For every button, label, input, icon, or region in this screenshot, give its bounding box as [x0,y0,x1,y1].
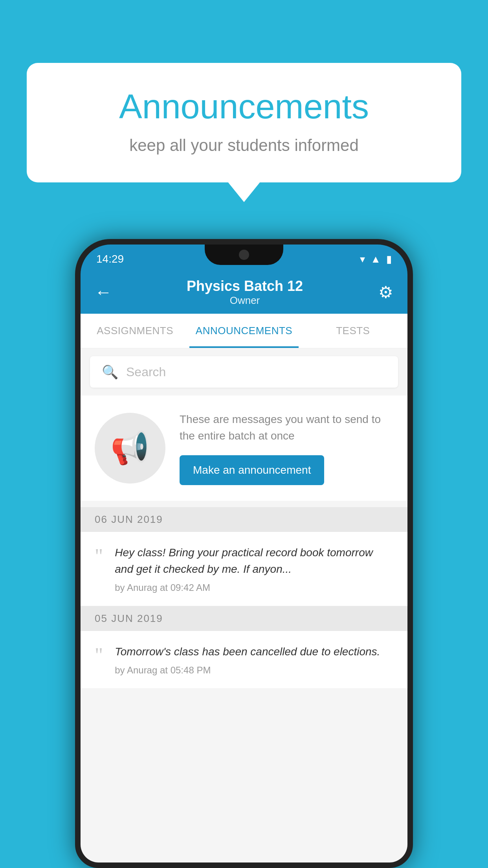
speech-bubble-container: Announcements keep all your students inf… [27,63,461,182]
bubble-subtitle: keep all your students informed [58,136,430,155]
phone-camera [239,250,249,260]
tab-bar: ASSIGNMENTS ANNOUNCEMENTS TESTS [81,314,407,348]
announcement-text-2: Tomorrow's class has been cancelled due … [115,644,393,660]
megaphone-icon: 📢 [110,430,150,467]
empty-state-description: These are messages you want to send to t… [180,411,393,444]
signal-icon: ▲ [371,253,381,265]
speech-bubble: Announcements keep all your students inf… [27,63,461,182]
megaphone-circle: 📢 [95,413,165,484]
quote-icon-1: " [95,546,103,566]
screen-content: 🔍 Search 📢 These are messages you want t… [81,348,407,862]
phone-frame: 14:29 ▾ ▲ ▮ ← Physics Batch 12 Owner ⚙ A… [75,239,413,868]
empty-state-right: These are messages you want to send to t… [180,411,393,485]
status-time: 14:29 [96,253,124,265]
search-icon: 🔍 [102,364,118,380]
back-button[interactable]: ← [95,282,112,302]
date-separator-1: 06 JUN 2019 [81,507,407,532]
quote-icon-2: " [95,645,103,666]
tab-announcements[interactable]: ANNOUNCEMENTS [189,314,298,348]
announcement-body-1: Hey class! Bring your practical record b… [115,544,393,593]
app-bar: ← Physics Batch 12 Owner ⚙ [81,270,407,314]
announcement-body-2: Tomorrow's class has been cancelled due … [115,644,393,676]
settings-icon[interactable]: ⚙ [378,283,393,302]
announcement-item-2[interactable]: " Tomorrow's class has been cancelled du… [81,631,407,689]
tab-tests[interactable]: TESTS [299,314,407,348]
phone-notch [205,245,283,265]
app-bar-subtitle: Owner [120,294,370,307]
app-bar-title-group: Physics Batch 12 Owner [120,278,370,307]
date-separator-2: 05 JUN 2019 [81,606,407,631]
bubble-title: Announcements [58,86,430,127]
tab-assignments[interactable]: ASSIGNMENTS [81,314,189,348]
app-bar-title: Physics Batch 12 [120,278,370,294]
search-placeholder: Search [126,365,166,379]
battery-icon: ▮ [386,253,392,265]
announcement-text-1: Hey class! Bring your practical record b… [115,544,393,577]
empty-state: 📢 These are messages you want to send to… [81,395,407,501]
search-bar[interactable]: 🔍 Search [90,356,398,388]
wifi-icon: ▾ [360,253,365,265]
make-announcement-button[interactable]: Make an announcement [180,455,324,485]
volume-button [75,378,77,410]
power-button [411,370,413,417]
announcement-item-1[interactable]: " Hey class! Bring your practical record… [81,532,407,606]
announcement-meta-2: by Anurag at 05:48 PM [115,665,393,676]
announcement-meta-1: by Anurag at 09:42 AM [115,582,393,593]
status-icons: ▾ ▲ ▮ [360,253,392,265]
